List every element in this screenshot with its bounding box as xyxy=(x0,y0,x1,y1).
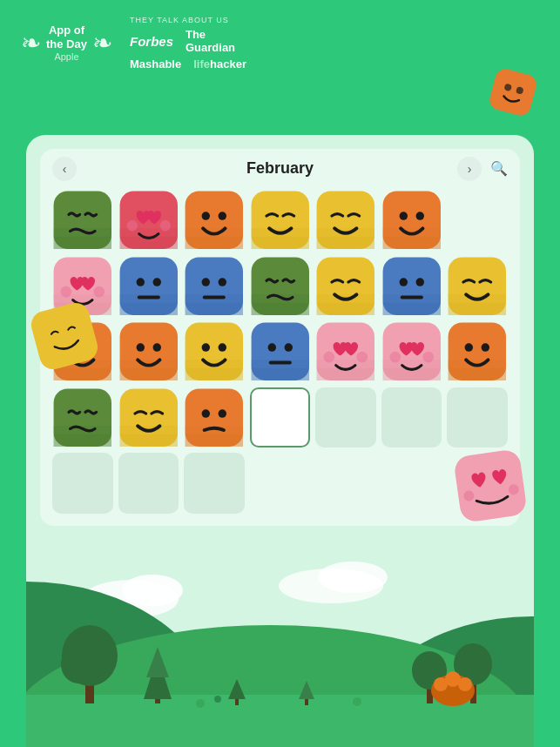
svg-rect-77 xyxy=(251,368,308,380)
award-badge: ❧ App of the Day Apple ❧ xyxy=(21,24,112,62)
press-area: THEY TALK ABOUT US Forbes TheGuardian Ma… xyxy=(130,16,246,71)
emoji-cell[interactable] xyxy=(250,321,311,382)
svg-rect-59 xyxy=(449,302,506,314)
floating-emoji-left xyxy=(33,305,96,367)
svg-point-114 xyxy=(318,562,388,593)
emoji-cell[interactable] xyxy=(52,190,113,251)
svg-point-27 xyxy=(415,212,423,219)
svg-point-85 xyxy=(357,352,368,363)
svg-rect-41 xyxy=(186,302,243,314)
svg-rect-72 xyxy=(186,368,243,380)
emoji-cell[interactable] xyxy=(315,190,376,251)
emoji-grid xyxy=(52,190,508,514)
floating-emoji-top-right xyxy=(490,70,536,115)
emoji-cell[interactable] xyxy=(250,387,311,448)
device-frame: ‹ February › 🔍 xyxy=(26,135,534,747)
svg-rect-6 xyxy=(54,237,111,249)
landscape xyxy=(26,521,534,747)
emoji-cell[interactable] xyxy=(184,453,245,514)
emoji-cell[interactable] xyxy=(52,387,113,448)
calendar-nav: ‹ February › 🔍 xyxy=(52,159,508,178)
emoji-cell[interactable] xyxy=(315,453,376,514)
emoji-cell[interactable] xyxy=(118,321,179,382)
lifehacker-logo: lifehacker xyxy=(193,57,246,71)
svg-point-78 xyxy=(267,343,275,351)
guardian-logo: TheGuardian xyxy=(186,28,235,54)
emoji-cell[interactable] xyxy=(184,190,245,251)
svg-point-55 xyxy=(415,278,423,286)
calendar-next-button[interactable]: › xyxy=(457,157,482,181)
svg-rect-67 xyxy=(119,368,177,380)
emoji-cell[interactable] xyxy=(184,321,245,382)
forbes-logo: Forbes xyxy=(130,34,173,49)
press-label: THEY TALK ABOUT US xyxy=(130,16,246,24)
svg-point-73 xyxy=(202,343,210,351)
emoji-cell[interactable] xyxy=(118,387,179,448)
award-line2: the Day xyxy=(46,37,87,51)
svg-point-134 xyxy=(214,696,221,703)
emoji-cell[interactable] xyxy=(184,387,245,448)
svg-rect-25 xyxy=(382,237,440,249)
svg-point-133 xyxy=(196,699,205,708)
emoji-cell[interactable] xyxy=(118,453,179,514)
calendar-search-icon[interactable]: 🔍 xyxy=(490,160,508,177)
laurel-right-icon: ❧ xyxy=(92,29,112,57)
emoji-cell[interactable] xyxy=(250,256,311,317)
svg-rect-3 xyxy=(28,299,100,372)
emoji-cell[interactable] xyxy=(250,453,311,514)
svg-point-26 xyxy=(399,212,407,219)
emoji-cell[interactable] xyxy=(447,190,508,251)
svg-point-10 xyxy=(126,220,138,232)
svg-rect-93 xyxy=(449,368,506,380)
emoji-cell[interactable] xyxy=(315,256,376,317)
emoji-cell[interactable] xyxy=(381,256,442,317)
svg-point-31 xyxy=(60,286,71,297)
emoji-cell[interactable] xyxy=(381,453,442,514)
svg-point-94 xyxy=(465,343,473,351)
emoji-cell[interactable] xyxy=(315,387,376,448)
svg-point-95 xyxy=(482,343,489,351)
floating-emoji-bottom-right xyxy=(455,451,525,521)
emoji-cell[interactable] xyxy=(118,256,179,317)
emoji-cell[interactable] xyxy=(447,387,508,448)
svg-rect-104 xyxy=(186,434,243,446)
svg-rect-19 xyxy=(251,237,308,249)
emoji-cell[interactable] xyxy=(118,190,179,251)
svg-rect-53 xyxy=(382,302,440,314)
svg-point-74 xyxy=(219,343,226,351)
award-line3: Apple xyxy=(46,51,87,63)
emoji-cell[interactable] xyxy=(52,453,113,514)
svg-point-135 xyxy=(353,697,361,706)
emoji-cell[interactable] xyxy=(315,321,376,382)
emoji-cell[interactable] xyxy=(250,190,311,251)
emoji-cell[interactable] xyxy=(447,256,508,317)
svg-point-89 xyxy=(389,352,401,363)
svg-point-69 xyxy=(152,343,160,351)
svg-point-54 xyxy=(399,278,407,286)
svg-point-121 xyxy=(61,645,96,683)
svg-rect-47 xyxy=(251,302,308,314)
calendar-month-title: February xyxy=(246,159,314,178)
emoji-cell[interactable] xyxy=(184,256,245,317)
svg-point-84 xyxy=(324,352,335,363)
svg-rect-101 xyxy=(119,434,177,446)
svg-point-36 xyxy=(136,278,144,286)
calendar-section: ‹ February › 🔍 xyxy=(40,149,520,526)
svg-rect-0 xyxy=(488,67,539,118)
emoji-cell[interactable] xyxy=(381,387,442,448)
svg-point-112 xyxy=(122,575,183,606)
svg-point-43 xyxy=(219,278,226,286)
calendar-prev-button[interactable]: ‹ xyxy=(52,157,77,181)
svg-point-37 xyxy=(152,278,160,286)
award-line1: App of xyxy=(46,24,87,37)
emoji-cell[interactable] xyxy=(447,321,508,382)
svg-point-15 xyxy=(202,212,210,219)
svg-rect-50 xyxy=(317,302,374,314)
emoji-cell[interactable] xyxy=(381,190,442,251)
svg-point-106 xyxy=(219,409,226,417)
svg-point-16 xyxy=(219,212,226,219)
svg-point-32 xyxy=(93,286,105,297)
header: ❧ App of the Day Apple ❧ THEY TALK ABOUT… xyxy=(0,0,560,79)
emoji-cell[interactable] xyxy=(381,321,442,382)
svg-rect-62 xyxy=(54,368,111,380)
